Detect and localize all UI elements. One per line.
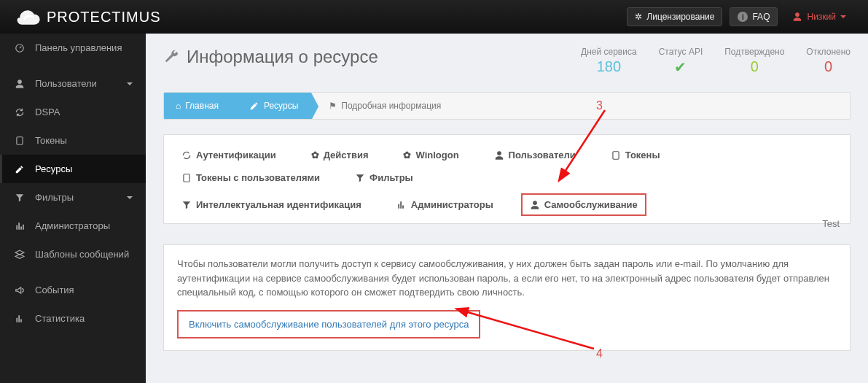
refresh-icon [13, 107, 26, 117]
stat-label: Статус API [659, 47, 703, 57]
crumb-label: Ресурсы [264, 101, 298, 111]
sidebar-item-resources[interactable]: Ресурсы [0, 155, 146, 183]
edit-icon [13, 164, 26, 174]
crumb-home[interactable]: ⌂ Главная [164, 93, 232, 119]
tab-label: Самообслуживание [544, 199, 638, 210]
breadcrumb: ⌂ Главная Ресурсы ⚑ Подробная информация [163, 92, 851, 120]
crumb-detail: ⚑ Подробная информация [311, 93, 454, 119]
tab-winlogon[interactable]: ✿Winlogon [396, 145, 466, 165]
user-label: Низкий [807, 12, 836, 22]
info-icon: i [738, 12, 748, 22]
svg-rect-2 [613, 151, 619, 159]
faq-button[interactable]: i FAQ [730, 7, 778, 26]
crumb-label: Подробная информация [341, 101, 441, 111]
faq-label: FAQ [752, 12, 770, 22]
sidebar-label: DSPA [35, 107, 60, 117]
filter-icon [181, 200, 192, 210]
tab-auth[interactable]: Аутентификации [174, 145, 284, 165]
panel-text: Чтобы пользователи могли получить доступ… [177, 257, 837, 300]
edit-icon [249, 101, 259, 111]
user-menu[interactable]: Низкий [785, 7, 853, 26]
crumb-label: Главная [185, 101, 219, 111]
stat-value: 0 [724, 58, 784, 75]
tab-intel[interactable]: Интеллектуальная идентификация [174, 195, 369, 214]
gear-icon: ✿ [403, 150, 411, 160]
crumb-resources[interactable]: Ресурсы [232, 93, 311, 119]
enable-self-service-link[interactable]: Включить самообслуживание пользователей … [177, 310, 480, 339]
user-icon [13, 79, 26, 89]
sidebar-label: Пользователи [35, 78, 97, 89]
tab-label: Фильтры [370, 172, 413, 183]
page-title-text: Информация о ресурсе [187, 47, 378, 67]
tab-tokens-users[interactable]: Токены с пользователями [174, 168, 327, 187]
tab-label: Пользователи [509, 150, 576, 160]
tab-label: Интеллектуальная идентификация [196, 199, 361, 210]
tab-admins[interactable]: Администраторы [389, 195, 501, 214]
dashboard-icon [13, 43, 26, 53]
stack-icon [13, 249, 26, 260]
filter-icon [13, 193, 26, 203]
sidebar-label: Токены [35, 135, 67, 146]
user-icon [792, 12, 802, 22]
tab-label: Администраторы [411, 199, 493, 210]
stat-days: Дней сервиса 180 [581, 47, 637, 76]
stat-label: Подтверждено [724, 47, 784, 57]
sidebar-item-templates[interactable]: Шаблоны сообщений [0, 240, 146, 268]
resource-name: Test [822, 218, 840, 229]
tab-label: Токены с пользователями [196, 172, 320, 183]
logo-icon [15, 6, 41, 28]
sidebar-item-dspa[interactable]: DSPA [0, 98, 146, 126]
licensing-label: Лицензирование [646, 12, 714, 22]
stat-value: 180 [581, 58, 637, 75]
bars-icon [396, 200, 407, 210]
sidebar: Панель управления Пользователи DSPA Токе… [0, 34, 146, 383]
tab-label: Действия [324, 150, 369, 160]
tab-users[interactable]: Пользователи [487, 145, 583, 165]
svg-rect-1 [17, 136, 23, 144]
resource-tabs: Аутентификации ✿Действия ✿Winlogon Польз… [163, 134, 851, 224]
tab-tokens[interactable]: Токены [603, 145, 668, 165]
page-title: Информация о ресурсе [163, 47, 378, 67]
licensing-button[interactable]: ✲ Лицензирование [627, 7, 722, 26]
stat-label: Отклонено [806, 47, 851, 57]
sidebar-item-admins[interactable]: Администраторы [0, 212, 146, 240]
sidebar-label: Администраторы [35, 220, 110, 231]
svg-rect-3 [184, 174, 189, 182]
sidebar-item-users[interactable]: Пользователи [0, 69, 146, 98]
sidebar-label: Статистика [35, 313, 85, 324]
sidebar-item-events[interactable]: События [0, 276, 146, 304]
sidebar-item-filters[interactable]: Фильтры [0, 183, 146, 212]
sidebar-label: Шаблоны сообщений [35, 249, 129, 260]
user-gear-icon [530, 200, 540, 210]
flag-icon: ⚑ [329, 101, 337, 111]
tab-label: Аутентификации [196, 150, 276, 160]
sidebar-label: Ресурсы [35, 163, 72, 174]
sun-icon: ✲ [635, 12, 642, 22]
chevron-down-icon [127, 196, 133, 199]
brand-text: PROTECTIMUS [47, 9, 161, 26]
chart-icon [13, 314, 26, 324]
stat-label: Дней сервиса [581, 47, 637, 57]
chevron-down-icon [127, 82, 133, 85]
topbar: PROTECTIMUS ✲ Лицензирование i FAQ Низки… [0, 0, 868, 34]
megaphone-icon [13, 285, 26, 295]
tab-filters[interactable]: Фильтры [348, 168, 421, 187]
bars-icon [13, 221, 26, 231]
tab-label: Winlogon [415, 150, 458, 160]
sidebar-label: События [35, 285, 74, 295]
tab-actions[interactable]: ✿Действия [304, 145, 376, 165]
tab-self-service[interactable]: Самообслуживание [521, 193, 646, 216]
refresh-icon [181, 150, 192, 160]
sidebar-item-dashboard[interactable]: Панель управления [0, 34, 146, 62]
filter-icon [355, 173, 365, 183]
tablet-icon [611, 150, 621, 160]
sidebar-item-tokens[interactable]: Токены [0, 126, 146, 155]
sidebar-item-stats[interactable]: Статистика [0, 304, 146, 333]
tablet-icon [13, 136, 26, 146]
user-icon [494, 150, 504, 160]
brand[interactable]: PROTECTIMUS [15, 6, 161, 28]
sidebar-label: Фильтры [35, 192, 74, 203]
sidebar-label: Панель управления [35, 42, 122, 53]
check-icon: ✔ [659, 58, 703, 76]
stat-status: Статус API ✔ [659, 47, 703, 76]
